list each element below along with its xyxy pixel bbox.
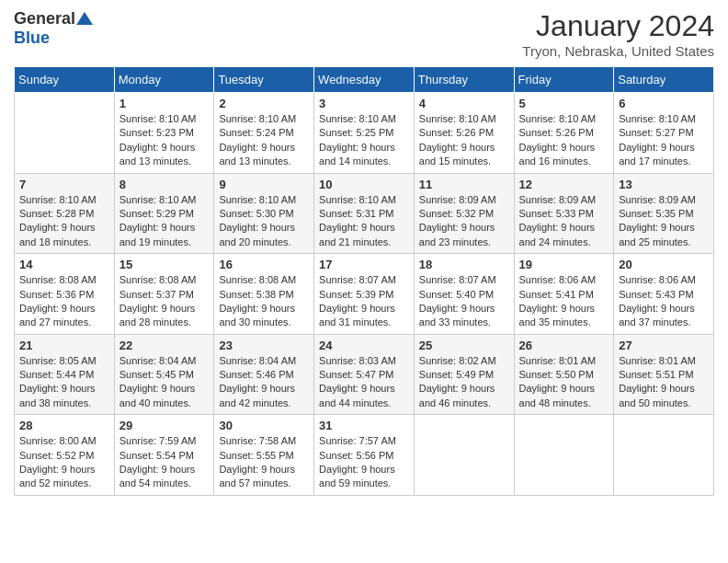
day-number: 29 [119,419,210,432]
title-area: January 2024 Tryon, Nebraska, United Sta… [522,9,714,59]
day-number: 26 [519,339,609,352]
calendar-cell: 24Sunrise: 8:03 AMSunset: 5:47 PMDayligh… [314,334,415,415]
calendar-cell: 20Sunrise: 8:06 AMSunset: 5:43 PMDayligh… [614,254,714,335]
calendar-cell: 27Sunrise: 8:01 AMSunset: 5:51 PMDayligh… [614,334,714,415]
day-info: Sunrise: 8:10 AMSunset: 5:26 PMDaylight:… [419,112,509,169]
day-info: Sunrise: 8:09 AMSunset: 5:33 PMDaylight:… [519,193,609,250]
week-row-5: 28Sunrise: 8:00 AMSunset: 5:52 PMDayligh… [15,415,714,496]
header-cell-sunday: Sunday [15,67,115,93]
day-number: 1 [119,97,210,110]
calendar-cell: 6Sunrise: 8:10 AMSunset: 5:27 PMDaylight… [614,93,714,174]
day-number: 11 [419,178,509,191]
logo-general: General [14,9,75,29]
day-info: Sunrise: 7:59 AMSunset: 5:54 PMDaylight:… [119,434,210,491]
day-info: Sunrise: 8:08 AMSunset: 5:36 PMDaylight:… [19,273,109,330]
calendar-cell: 10Sunrise: 8:10 AMSunset: 5:31 PMDayligh… [314,173,415,254]
calendar-cell: 28Sunrise: 8:00 AMSunset: 5:52 PMDayligh… [15,415,115,496]
day-info: Sunrise: 8:06 AMSunset: 5:41 PMDaylight:… [519,273,609,330]
day-number: 13 [619,178,709,191]
day-number: 6 [619,97,709,110]
day-info: Sunrise: 8:01 AMSunset: 5:50 PMDaylight:… [519,354,609,411]
header-cell-monday: Monday [114,67,214,93]
day-info: Sunrise: 8:10 AMSunset: 5:23 PMDaylight:… [119,112,210,169]
day-number: 17 [319,258,409,271]
day-number: 16 [219,258,309,271]
calendar-cell: 13Sunrise: 8:09 AMSunset: 5:35 PMDayligh… [614,173,714,254]
calendar-cell: 5Sunrise: 8:10 AMSunset: 5:26 PMDaylight… [514,93,614,174]
day-info: Sunrise: 8:02 AMSunset: 5:49 PMDaylight:… [419,354,509,411]
calendar-cell: 23Sunrise: 8:04 AMSunset: 5:46 PMDayligh… [214,334,314,415]
day-number: 22 [119,339,210,352]
day-info: Sunrise: 7:58 AMSunset: 5:55 PMDaylight:… [219,434,309,491]
calendar-cell: 7Sunrise: 8:10 AMSunset: 5:28 PMDaylight… [15,173,115,254]
day-info: Sunrise: 8:10 AMSunset: 5:29 PMDaylight:… [119,193,210,250]
calendar-cell: 18Sunrise: 8:07 AMSunset: 5:40 PMDayligh… [414,254,514,335]
day-info: Sunrise: 8:10 AMSunset: 5:25 PMDaylight:… [319,112,409,169]
calendar-cell: 26Sunrise: 8:01 AMSunset: 5:50 PMDayligh… [514,334,614,415]
page-container: General Blue January 2024 Tryon, Nebrask… [0,0,728,505]
calendar-cell [414,415,514,496]
svg-marker-0 [76,12,93,25]
calendar-cell: 21Sunrise: 8:05 AMSunset: 5:44 PMDayligh… [15,334,115,415]
day-info: Sunrise: 8:08 AMSunset: 5:37 PMDaylight:… [119,273,210,330]
day-info: Sunrise: 8:07 AMSunset: 5:40 PMDaylight:… [419,273,509,330]
day-number: 14 [19,258,109,271]
day-number: 8 [119,178,210,191]
calendar-cell: 15Sunrise: 8:08 AMSunset: 5:37 PMDayligh… [114,254,214,335]
day-number: 20 [619,258,709,271]
day-info: Sunrise: 8:10 AMSunset: 5:31 PMDaylight:… [319,193,409,250]
calendar-cell: 2Sunrise: 8:10 AMSunset: 5:24 PMDaylight… [214,93,314,174]
header-row: SundayMondayTuesdayWednesdayThursdayFrid… [15,67,714,93]
header-area: General Blue January 2024 Tryon, Nebrask… [14,9,714,59]
logo: General Blue [14,9,93,48]
day-number: 27 [619,339,709,352]
day-number: 12 [519,178,609,191]
day-info: Sunrise: 8:09 AMSunset: 5:32 PMDaylight:… [419,193,509,250]
day-info: Sunrise: 7:57 AMSunset: 5:56 PMDaylight:… [319,434,409,491]
day-info: Sunrise: 8:08 AMSunset: 5:38 PMDaylight:… [219,273,309,330]
day-number: 18 [419,258,509,271]
calendar-cell: 19Sunrise: 8:06 AMSunset: 5:41 PMDayligh… [514,254,614,335]
calendar-cell [614,415,714,496]
day-number: 24 [319,339,409,352]
day-number: 2 [219,97,309,110]
day-info: Sunrise: 8:05 AMSunset: 5:44 PMDaylight:… [19,354,109,411]
day-info: Sunrise: 8:10 AMSunset: 5:27 PMDaylight:… [619,112,709,169]
day-number: 21 [19,339,109,352]
calendar-cell: 29Sunrise: 7:59 AMSunset: 5:54 PMDayligh… [114,415,214,496]
calendar-cell: 8Sunrise: 8:10 AMSunset: 5:29 PMDaylight… [114,173,214,254]
day-info: Sunrise: 8:09 AMSunset: 5:35 PMDaylight:… [619,193,709,250]
day-number: 30 [219,419,309,432]
day-number: 7 [19,178,109,191]
day-info: Sunrise: 8:10 AMSunset: 5:30 PMDaylight:… [219,193,309,250]
day-number: 31 [319,419,409,432]
calendar-cell: 16Sunrise: 8:08 AMSunset: 5:38 PMDayligh… [214,254,314,335]
day-info: Sunrise: 8:03 AMSunset: 5:47 PMDaylight:… [319,354,409,411]
day-info: Sunrise: 8:04 AMSunset: 5:46 PMDaylight:… [219,354,309,411]
calendar-cell: 30Sunrise: 7:58 AMSunset: 5:55 PMDayligh… [214,415,314,496]
header-cell-saturday: Saturday [614,67,714,93]
day-number: 23 [219,339,309,352]
day-number: 9 [219,178,309,191]
calendar-cell: 31Sunrise: 7:57 AMSunset: 5:56 PMDayligh… [314,415,415,496]
header-cell-wednesday: Wednesday [314,67,415,93]
calendar-cell: 9Sunrise: 8:10 AMSunset: 5:30 PMDaylight… [214,173,314,254]
calendar-cell: 14Sunrise: 8:08 AMSunset: 5:36 PMDayligh… [15,254,115,335]
calendar-cell [15,93,115,174]
main-title: January 2024 [522,9,714,43]
calendar-table: SundayMondayTuesdayWednesdayThursdayFrid… [14,66,714,496]
calendar-cell: 25Sunrise: 8:02 AMSunset: 5:49 PMDayligh… [414,334,514,415]
logo-icon [76,10,93,27]
header-cell-thursday: Thursday [414,67,514,93]
calendar-cell [514,415,614,496]
day-info: Sunrise: 8:06 AMSunset: 5:43 PMDaylight:… [619,273,709,330]
day-number: 5 [519,97,609,110]
day-number: 15 [119,258,210,271]
calendar-cell: 12Sunrise: 8:09 AMSunset: 5:33 PMDayligh… [514,173,614,254]
header-cell-friday: Friday [514,67,614,93]
day-info: Sunrise: 8:10 AMSunset: 5:26 PMDaylight:… [519,112,609,169]
day-info: Sunrise: 8:07 AMSunset: 5:39 PMDaylight:… [319,273,409,330]
header-cell-tuesday: Tuesday [214,67,314,93]
day-number: 10 [319,178,409,191]
day-info: Sunrise: 8:00 AMSunset: 5:52 PMDaylight:… [19,434,109,491]
